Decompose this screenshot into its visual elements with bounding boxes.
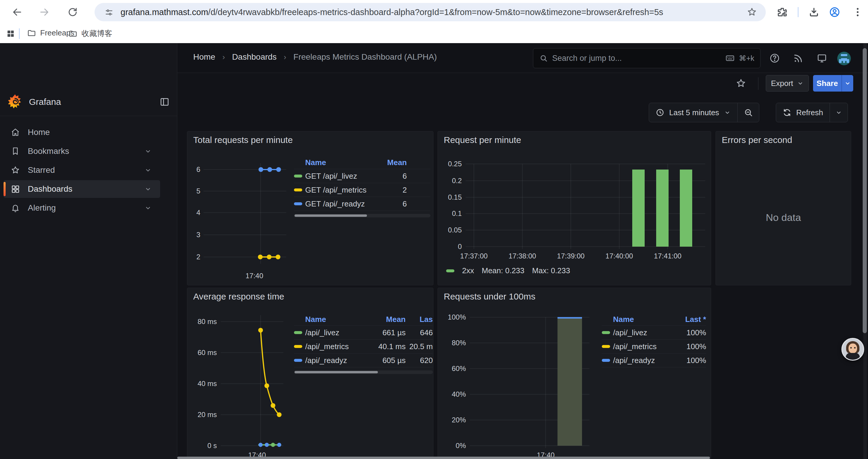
legend-inline[interactable]: 2xx Mean: 0.233 Max: 0.233 — [446, 266, 570, 275]
sidebar-item-home[interactable]: Home — [4, 124, 160, 141]
chevron-down-icon[interactable] — [144, 166, 152, 174]
forward-icon[interactable] — [39, 7, 50, 18]
breadcrumb-dashboards[interactable]: Dashboards — [232, 52, 277, 62]
search-bar[interactable]: ⌘+k — [533, 48, 761, 68]
back-icon[interactable] — [12, 7, 23, 18]
y-tick: 0.15 — [448, 193, 462, 201]
refresh-button[interactable]: Refresh — [776, 103, 830, 122]
monitor-icon[interactable] — [816, 53, 827, 64]
y-tick: 100% — [448, 313, 466, 321]
bookmark-folder-blogs[interactable]: 收藏博客 — [68, 28, 112, 39]
legend-row[interactable]: /api/_readyz 605 µs 620 — [294, 354, 433, 367]
avatar-body — [846, 353, 860, 361]
url-text[interactable]: grafana.mathmast.com/d/deytv4rwavabkb/fr… — [121, 7, 824, 17]
legend-scrollbar[interactable] — [294, 370, 433, 374]
series-name[interactable]: /api/_readyz — [305, 356, 364, 365]
legend-row[interactable]: /api/_livez 100% — [602, 326, 706, 340]
page-scrollbar-thumb[interactable] — [863, 48, 867, 333]
series-name[interactable]: /api/_metrics — [305, 342, 364, 351]
panel-avg-response-time[interactable]: Average response time 80 ms 60 ms 40 ms … — [187, 288, 433, 459]
time-range-picker[interactable]: Last 5 minutes — [649, 103, 737, 122]
bookmarks-divider — [19, 28, 20, 39]
series-name[interactable]: GET /api/_metrics — [305, 186, 371, 195]
bar-2xx[interactable] — [680, 169, 692, 247]
legend-row[interactable]: /api/_metrics 40.1 ms 20.5 m — [294, 340, 433, 354]
bookmark-star-icon[interactable] — [747, 7, 757, 17]
profile-icon[interactable] — [829, 6, 840, 18]
sidebar-item-bookmarks[interactable]: Bookmarks — [4, 142, 160, 160]
legend-header-name[interactable]: Name — [305, 158, 371, 167]
legend-header-name[interactable]: Name — [613, 315, 677, 324]
series-name[interactable]: /api/_livez — [305, 328, 364, 337]
y-tick: 5 — [196, 187, 200, 195]
floating-assistant-avatar[interactable] — [841, 338, 864, 361]
dashboard-hscrollbar[interactable] — [177, 457, 710, 459]
bar-100pct[interactable] — [557, 319, 582, 446]
legend-row[interactable]: GET /api/_readyz 6 — [294, 197, 430, 211]
site-settings-icon[interactable] — [104, 8, 114, 17]
chevron-down-icon[interactable] — [144, 204, 152, 212]
grafana-logo[interactable] — [8, 94, 22, 110]
share-button[interactable]: Share — [813, 75, 841, 92]
bar-2xx[interactable] — [656, 169, 669, 247]
chevron-down-icon — [844, 80, 851, 87]
breadcrumb: Home › Dashboards › Freeleaps Metrics Da… — [193, 52, 437, 62]
extensions-icon[interactable] — [776, 6, 788, 18]
sidebar-item-dashboards[interactable]: Dashboards — [4, 180, 160, 198]
sidebar-item-starred[interactable]: Starred — [4, 161, 160, 179]
bar-2xx[interactable] — [632, 169, 645, 247]
series-name[interactable]: GET /api/_readyz — [305, 199, 371, 208]
favorite-star-icon[interactable] — [736, 78, 746, 89]
legend-header-last[interactable]: Last * — [677, 315, 706, 324]
legend-header-mean[interactable]: Mean — [364, 315, 406, 324]
panel-errors-per-second[interactable]: Errors per second No data — [716, 131, 851, 285]
series-last: 100% — [677, 328, 706, 337]
legend-header-mean[interactable]: Mean — [371, 158, 430, 167]
dock-sidebar-icon[interactable] — [159, 97, 169, 107]
series-name[interactable]: GET /api/_livez — [305, 172, 371, 181]
rss-news-icon[interactable] — [793, 53, 804, 64]
series-name[interactable]: /api/_readyz — [613, 356, 677, 365]
sidebar-item-alerting[interactable]: Alerting — [4, 199, 160, 217]
chevron-down-icon[interactable] — [144, 147, 152, 155]
panel-total-requests[interactable]: Total requests per minute 6 5 4 3 2 17:4… — [187, 131, 433, 285]
export-label: Export — [771, 79, 793, 88]
y-tick: 0.2 — [452, 177, 462, 185]
actions-divider — [758, 77, 758, 90]
series-color-yellow — [294, 189, 302, 191]
panel-requests-under-100ms[interactable]: Requests under 100ms 100% 80% 60% 40% 20… — [438, 288, 711, 459]
search-input[interactable] — [552, 54, 721, 63]
zoom-out-button[interactable] — [738, 103, 759, 122]
legend-row[interactable]: /api/_metrics 100% — [602, 340, 706, 354]
apps-grid-icon[interactable] — [6, 30, 15, 38]
legend-header-last[interactable]: Las — [406, 315, 433, 324]
legend-row[interactable]: GET /api/_livez 6 — [294, 169, 430, 183]
url-bar[interactable]: grafana.mathmast.com/d/deytv4rwavabkb/fr… — [95, 3, 766, 21]
legend-row[interactable]: /api/_readyz 100% — [602, 354, 706, 367]
download-icon[interactable] — [808, 6, 819, 18]
folder-icon — [68, 29, 78, 38]
series-name[interactable]: /api/_metrics — [613, 342, 677, 351]
export-button[interactable]: Export — [766, 75, 809, 92]
legend-scrollbar[interactable] — [294, 214, 430, 218]
legend-header-name[interactable]: Name — [305, 315, 364, 324]
series-name[interactable]: /api/_livez — [613, 328, 677, 337]
legend-row[interactable]: GET /api/_metrics 2 — [294, 183, 430, 197]
legend-row[interactable]: /api/_livez 661 µs 646 — [294, 326, 433, 340]
breadcrumb-home[interactable]: Home — [193, 52, 215, 62]
series-mean: Mean: 0.233 — [482, 266, 524, 275]
user-avatar[interactable] — [837, 52, 851, 65]
help-icon[interactable] — [769, 53, 780, 64]
chevron-down-icon[interactable] — [144, 185, 152, 193]
bookmark-folder-freeleaps[interactable]: Freeleaps — [27, 28, 74, 37]
breadcrumb-separator: › — [284, 53, 286, 62]
series-last: 100% — [677, 342, 706, 351]
series-name[interactable]: 2xx — [462, 266, 474, 275]
sidebar-header-divider — [0, 116, 177, 116]
reload-icon[interactable] — [67, 7, 78, 18]
menu-kebab-icon[interactable] — [852, 6, 863, 18]
panel-request-per-minute[interactable]: Request per minute 0.25 0.2 0.15 0.1 0.0… — [438, 131, 711, 285]
refresh-interval-button[interactable] — [830, 103, 848, 122]
brand-name[interactable]: Grafana — [29, 97, 61, 107]
share-menu-button[interactable] — [842, 75, 853, 92]
